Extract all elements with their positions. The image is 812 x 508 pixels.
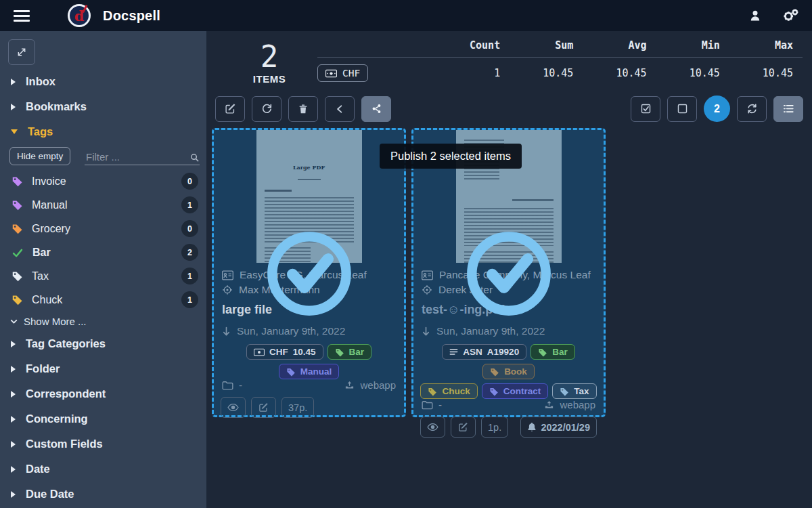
stats-panel: 2 ITEMS Count Sum Avg Min Max — [206, 31, 812, 89]
menu-icon[interactable] — [14, 10, 30, 22]
amount-badge[interactable]: CHF 10.45 — [246, 344, 323, 360]
folder-field[interactable]: - — [222, 379, 242, 391]
items-label: ITEMS — [240, 73, 298, 85]
topbar: d Docspell — [0, 0, 812, 31]
stat-min: 10.45 — [656, 67, 729, 79]
tag-filter-input[interactable] — [85, 149, 200, 165]
tag-icon — [560, 387, 569, 396]
previous-page-button[interactable] — [325, 96, 355, 122]
item-cards: Large PDF — [212, 128, 812, 417]
item-card-large-file[interactable]: Large PDF — [212, 128, 406, 417]
col-count: Count — [436, 39, 510, 51]
tag-icon — [12, 175, 23, 187]
tag-item-chuck[interactable]: Chuck 1 — [0, 288, 206, 312]
bars-icon — [449, 348, 458, 356]
tag-badge-book[interactable]: Book — [482, 364, 535, 379]
sidebar-item-folder[interactable]: Folder — [0, 356, 206, 381]
preview-eye-button[interactable] — [420, 417, 445, 438]
caret-right-icon — [11, 466, 16, 473]
tag-icon — [428, 387, 437, 396]
currency-chip[interactable]: CHF — [317, 64, 368, 82]
arrow-down-icon — [422, 326, 430, 337]
edit-item-button[interactable] — [251, 397, 276, 418]
tag-badge-bar[interactable]: Bar — [328, 344, 372, 360]
tag-badge-bar[interactable]: Bar — [531, 344, 575, 360]
user-icon[interactable] — [748, 9, 762, 22]
asn-badge[interactable]: ASN A19920 — [442, 344, 526, 360]
folder-icon — [222, 381, 233, 390]
upload-icon — [544, 400, 554, 410]
stats-table: Count Sum Avg Min Max CHF 1 10.45 10. — [317, 39, 803, 82]
search-icon — [189, 152, 200, 163]
sidebar-item-due-date[interactable]: Due Date — [0, 482, 206, 507]
tag-badge-contract[interactable]: Contract — [482, 383, 549, 399]
tag-item-grocery[interactable]: Grocery 0 — [0, 217, 206, 240]
selected-check-icon — [265, 229, 354, 318]
id-card-icon — [422, 270, 433, 280]
caret-right-icon — [11, 104, 16, 110]
item-card-test-ing[interactable]: Pancake Company, Marcus Leaf Derek Jeter… — [411, 128, 606, 417]
id-card-icon — [222, 270, 233, 280]
tag-icon — [490, 367, 499, 377]
selection-count-badge[interactable]: 2 — [704, 96, 730, 122]
sidebar-item-custom-fields[interactable]: Custom Fields — [0, 431, 206, 457]
show-more-tags[interactable]: Show More ... — [0, 312, 206, 331]
stat-max: 10.45 — [729, 67, 803, 79]
page-count-button[interactable]: 37p. — [281, 397, 314, 418]
tag-item-tax[interactable]: Tax 1 — [0, 264, 206, 288]
sidebar-item-bookmarks[interactable]: Bookmarks — [0, 94, 206, 119]
tag-count-badge: 1 — [181, 268, 198, 284]
sidebar-item-tags[interactable]: Tags — [0, 119, 206, 144]
page-count-button[interactable]: 1p. — [481, 417, 508, 438]
edit-selected-button[interactable] — [215, 96, 245, 122]
tag-item-bar[interactable]: Bar 2 — [0, 240, 206, 264]
list-view-button[interactable] — [773, 96, 803, 122]
money-icon — [254, 348, 265, 356]
tag-icon — [12, 270, 23, 282]
folder-field[interactable]: - — [422, 399, 442, 410]
col-avg: Avg — [583, 39, 656, 51]
sidebar-item-concerning[interactable]: Concerning — [0, 406, 206, 431]
share-button[interactable] — [361, 96, 391, 122]
upload-icon — [344, 380, 355, 390]
money-icon — [325, 69, 337, 78]
due-date-button[interactable]: 2022/01/29 — [520, 417, 597, 438]
stats-row-chf: CHF 1 10.45 10.45 10.45 10.45 — [317, 58, 803, 82]
check-icon — [12, 247, 24, 259]
restore-button[interactable] — [252, 96, 281, 122]
hide-empty-button[interactable]: Hide empty — [9, 147, 70, 165]
caret-right-icon — [11, 391, 16, 398]
sidebar-item-inbox[interactable]: Inbox — [0, 69, 206, 94]
bell-icon — [527, 422, 537, 432]
stat-avg: 10.45 — [583, 67, 656, 79]
tag-icon — [12, 223, 23, 234]
app-title: Docspell — [103, 8, 160, 24]
collapse-sidebar-button[interactable] — [8, 39, 35, 65]
sidebar-item-correspondent[interactable]: Correspondent — [0, 381, 206, 406]
caret-right-icon — [11, 341, 16, 347]
tag-badge-tax[interactable]: Tax — [552, 383, 596, 399]
preview-eye-button[interactable] — [221, 397, 246, 418]
select-all-button[interactable] — [631, 96, 660, 122]
gears-icon[interactable] — [782, 8, 798, 23]
chevron-down-icon — [9, 317, 18, 326]
sidebar-item-date[interactable]: Date — [0, 457, 206, 482]
tag-icon — [538, 347, 547, 357]
tag-badge-chuck[interactable]: Chuck — [420, 383, 477, 399]
item-count: 2 — [240, 42, 298, 72]
sidebar-item-tag-categories[interactable]: Tag Categories — [0, 331, 206, 356]
folder-icon — [422, 400, 433, 410]
crosshair-icon — [422, 284, 432, 295]
deselect-all-button[interactable] — [667, 96, 697, 122]
tag-item-invoice[interactable]: Invoice 0 — [0, 169, 206, 193]
item-date-line: Sun, January 9th, 2022 — [214, 317, 404, 337]
tag-badge-manual[interactable]: Manual — [279, 364, 340, 379]
arrow-down-icon — [222, 326, 231, 337]
refresh-button[interactable] — [737, 96, 767, 122]
tag-count-badge: 0 — [181, 220, 198, 237]
delete-button[interactable] — [288, 96, 318, 122]
edit-item-button[interactable] — [451, 417, 476, 438]
col-min: Min — [656, 39, 729, 51]
selected-check-icon — [464, 229, 554, 318]
tag-item-manual[interactable]: Manual 1 — [0, 193, 206, 217]
